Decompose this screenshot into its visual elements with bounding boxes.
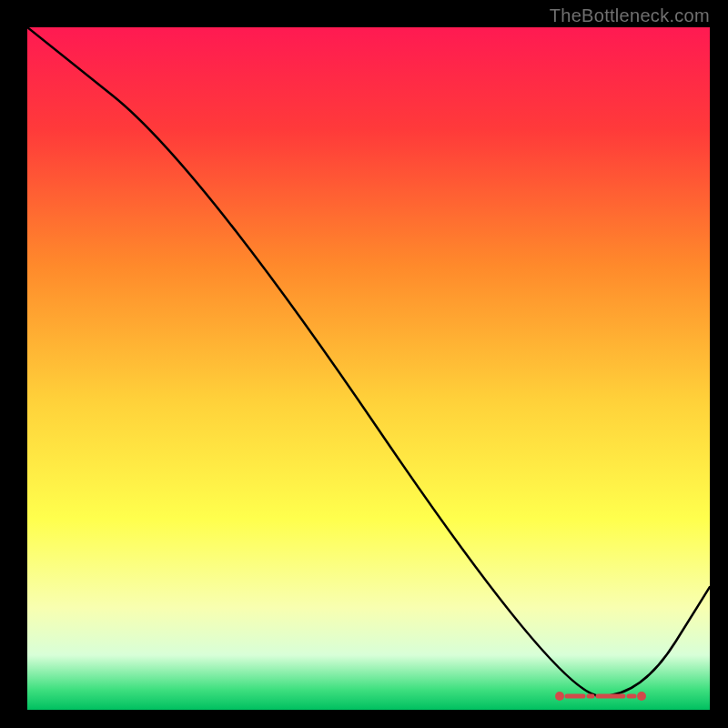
optimal-endpoint-marker: [555, 692, 564, 701]
chart-svg: [27, 27, 710, 710]
gradient-background: [27, 27, 710, 710]
attribution-text: TheBottleneck.com: [550, 5, 710, 26]
chart-frame: TheBottleneck.com: [0, 0, 728, 728]
plot-area: [27, 27, 710, 710]
optimal-endpoint-marker: [637, 692, 646, 701]
